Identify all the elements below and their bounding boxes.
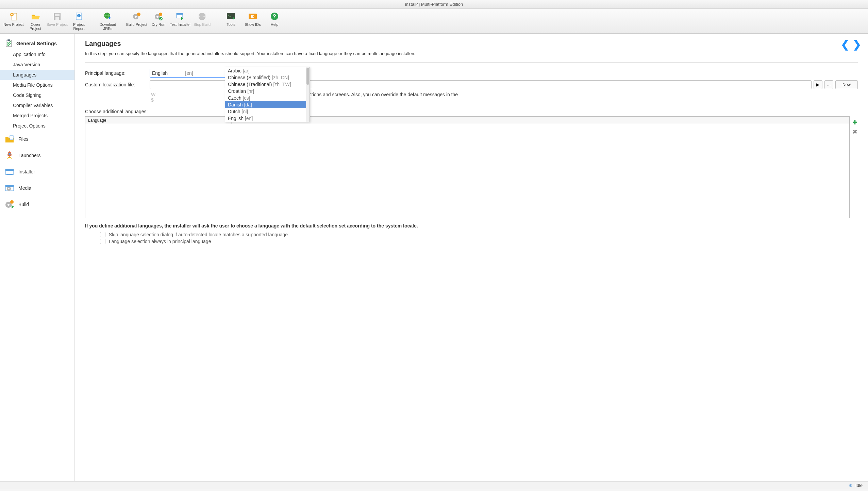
always-principal-checkbox[interactable]	[100, 239, 105, 244]
help-button[interactable]: ? Help	[264, 11, 285, 27]
stop-build-button[interactable]: STOP Stop Build	[191, 11, 213, 27]
remove-language-button[interactable]: ✖	[852, 127, 858, 137]
dropdown-option[interactable]: Arabic [ar]	[225, 67, 310, 74]
svg-point-2	[11, 14, 13, 15]
svg-rect-29	[7, 39, 10, 41]
dropdown-option[interactable]: Dutch [nl]	[225, 108, 310, 115]
sidebar-item-languages[interactable]: Languages	[0, 70, 74, 80]
sidebar-cat-launchers[interactable]: Launchers	[0, 147, 74, 164]
main-toolbar: New Project Open Project Save Project i …	[0, 9, 868, 34]
language-dropdown-list[interactable]: Arabic [ar]Chinese (Simplified) [zh_CN]C…	[225, 67, 310, 122]
sidebar: General Settings Application Info Java V…	[0, 34, 75, 481]
dry-run-icon	[154, 12, 163, 21]
table-header-language[interactable]: Language	[85, 117, 232, 124]
svg-point-41	[10, 200, 14, 204]
sidebar-item-app-info[interactable]: Application Info	[0, 49, 74, 60]
sidebar-item-media-file[interactable]: Media File Options	[0, 80, 74, 90]
svg-text:ID: ID	[251, 15, 254, 18]
stop-icon: STOP	[197, 12, 207, 21]
svg-rect-4	[55, 14, 60, 16]
dry-run-button[interactable]: Dry Run	[148, 11, 169, 27]
status-bar: ❄ Idle	[0, 481, 868, 489]
report-icon: i	[74, 12, 84, 21]
svg-rect-19	[177, 13, 183, 15]
dropdown-option[interactable]: Czech [cs]	[225, 95, 310, 101]
browse-button[interactable]: ...	[824, 80, 833, 89]
svg-text:i: i	[79, 14, 79, 17]
test-installer-button[interactable]: Test Installer	[169, 11, 191, 27]
clipboard-icon	[5, 39, 13, 47]
window-title: install4j Multi-Platform Edition	[0, 0, 868, 9]
globe-download-icon	[103, 12, 113, 21]
svg-point-15	[156, 16, 158, 18]
always-principal-label: Language selection always in principal l…	[109, 239, 211, 244]
svg-rect-5	[55, 17, 59, 20]
svg-point-38	[8, 188, 10, 189]
page-title: Languages	[85, 40, 858, 48]
folder-icon	[5, 134, 14, 144]
id-icon: ID	[248, 12, 257, 21]
svg-rect-28	[6, 40, 12, 47]
sidebar-cat-build[interactable]: Build	[0, 196, 74, 213]
svg-text:STOP: STOP	[199, 15, 205, 18]
svg-point-40	[7, 204, 10, 206]
nav-prev-button[interactable]: ❮	[841, 38, 849, 50]
build-icon	[132, 12, 141, 21]
principal-language-label: Principal language:	[85, 70, 150, 76]
dropdown-option[interactable]: Danish [da]	[225, 101, 310, 108]
sidebar-cat-files[interactable]: Files	[0, 131, 74, 147]
page-description: In this step, you can specify the langua…	[85, 51, 858, 56]
additional-languages-note: If you define additional languages, the …	[85, 223, 858, 228]
new-project-icon	[9, 12, 18, 21]
dropdown-option[interactable]: Chinese (Traditional) [zh_TW]	[225, 81, 310, 88]
new-button[interactable]: New	[835, 80, 858, 89]
sidebar-item-code-signing[interactable]: Code Signing	[0, 90, 74, 100]
dropdown-option[interactable]: Chinese (Simplified) [zh_CN]	[225, 74, 310, 81]
sidebar-general-settings[interactable]: General Settings	[0, 37, 74, 49]
open-project-button[interactable]: Open Project	[24, 11, 46, 31]
svg-rect-36	[5, 185, 14, 187]
rocket-icon	[5, 151, 14, 160]
divider	[85, 62, 858, 63]
sidebar-item-merged-projects[interactable]: Merged Projects	[0, 111, 74, 121]
svg-point-13	[137, 13, 140, 16]
sidebar-cat-installer[interactable]: Installer	[0, 164, 74, 180]
content-area: ❮ ❯ Languages In this step, you can spec…	[75, 34, 868, 481]
status-icon: ❄	[849, 483, 853, 488]
dropdown-option[interactable]: Croatian [hr]	[225, 88, 310, 95]
additional-languages-table[interactable]: Language Custom localization file	[85, 116, 850, 218]
svg-rect-34	[6, 174, 13, 175]
status-text: Idle	[855, 483, 863, 488]
choose-additional-label: Choose additional languages:	[85, 109, 150, 114]
download-jres-button[interactable]: Download JREs	[97, 11, 119, 31]
save-project-button[interactable]: Save Project	[46, 11, 68, 31]
test-installer-icon	[176, 12, 185, 21]
terminal-icon: >_	[226, 12, 236, 21]
skip-dialog-label: Skip language selection dialog if auto-d…	[109, 232, 288, 237]
svg-point-12	[135, 16, 137, 18]
installer-icon	[5, 167, 14, 176]
new-project-button[interactable]: New Project	[3, 11, 24, 31]
principal-language-select[interactable]: English [en] ⌃⌄	[150, 69, 235, 78]
nav-next-button[interactable]: ❯	[853, 38, 861, 50]
add-language-button[interactable]: ✚	[852, 118, 858, 127]
help-icon: ?	[270, 12, 279, 21]
open-folder-icon	[31, 12, 40, 21]
svg-text:>_: >_	[228, 14, 231, 17]
dropdown-scrollbar[interactable]	[306, 67, 310, 122]
sidebar-item-java-version[interactable]: Java Version	[0, 60, 74, 70]
svg-rect-30	[10, 136, 13, 140]
project-report-button[interactable]: i Project Report	[68, 11, 90, 31]
sidebar-cat-media[interactable]: Media	[0, 180, 74, 196]
table-header-custom-file[interactable]: Custom localization file	[232, 117, 849, 124]
sidebar-item-compiler-vars[interactable]: Compiler Variables	[0, 100, 74, 111]
show-ids-button[interactable]: ID Show IDs	[242, 11, 264, 27]
sidebar-item-project-options[interactable]: Project Options	[0, 121, 74, 131]
dropdown-option[interactable]: English [en]	[225, 115, 310, 122]
skip-dialog-checkbox[interactable]	[100, 232, 105, 237]
tools-button[interactable]: >_ Tools	[220, 11, 242, 27]
svg-point-16	[159, 13, 162, 16]
insert-variable-button[interactable]: ▶	[814, 80, 822, 89]
svg-rect-33	[5, 169, 14, 171]
build-project-button[interactable]: Build Project	[126, 11, 148, 27]
